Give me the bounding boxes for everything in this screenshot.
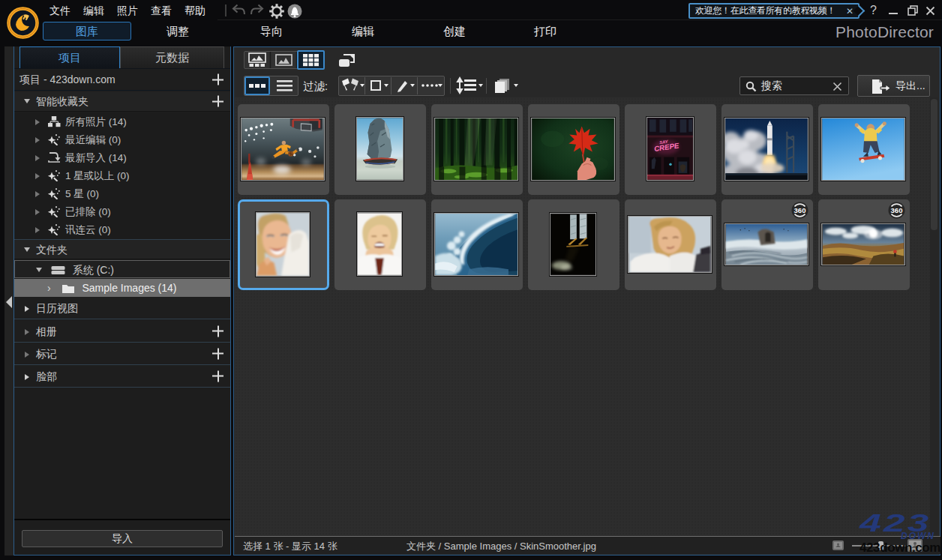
svg-text:360: 360: [794, 206, 806, 214]
svg-text:360: 360: [891, 206, 903, 214]
